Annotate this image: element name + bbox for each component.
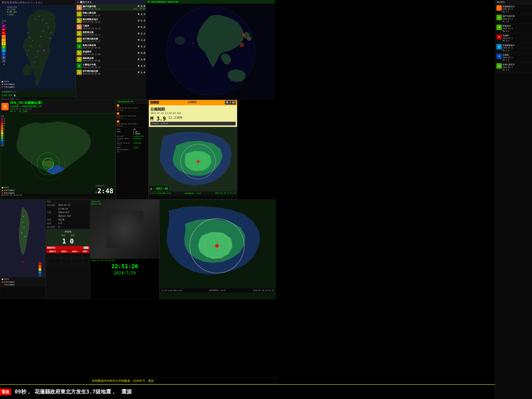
svg-point-56 bbox=[21, 232, 22, 233]
eq-time-7: 2024/07/28 07:08 bbox=[82, 53, 137, 55]
eq-list-item-5[interactable]: 1 岩手県内陸北部 2024/07/28 14:17 M 2.2 bbox=[76, 37, 146, 43]
svg-point-1 bbox=[43, 31, 44, 31]
cn-version: 1.1.8-fix6-Web-Live bbox=[150, 192, 171, 195]
eq-details-7: 宮城県沖 2024/07/28 07:08 bbox=[82, 50, 137, 55]
svg-point-65 bbox=[215, 244, 219, 248]
cn-alert-panel: 预警图 云南陆阳 第 5 报 云南陆阳 2024-07-29 22:50:48 … bbox=[149, 100, 237, 200]
cn-map-area: 1 0 002:49 bbox=[149, 127, 237, 192]
eew-status-section: FPS: 29 RAM: 1.20 / 7.95GB Server: Conne… bbox=[116, 128, 148, 154]
tw-pred4-2: -- bbox=[81, 260, 89, 263]
sidebar-eq-info-4: 花蓮縣東南方 2024-07-2 Mw 3.8 bbox=[503, 44, 531, 52]
tw-bearing-1: -- bbox=[46, 257, 59, 259]
eq-details-6: 奄美大島近海 2024/07/28 09:35 bbox=[82, 44, 137, 49]
eq-list-item-2[interactable]: 1 熊本県熊本地方 2024/07/28 20:40 M 2.3 bbox=[76, 17, 146, 24]
eq-list-item-6[interactable]: 1 奄美大島近海 2024/07/28 09:35 M 3.1 bbox=[76, 43, 146, 50]
svg-point-8 bbox=[30, 45, 31, 46]
eq-list-item-4[interactable]: 1 長野県北部 2024/07/28 15:13 M 2.1 bbox=[76, 30, 146, 37]
china-large-svg bbox=[159, 200, 276, 288]
japan-eew-header: 緊急地震速報は発表されていません bbox=[0, 0, 76, 5]
sidebar-eq-item-4[interactable]: 2 花蓮縣東南方 2024-07-2 Mw 3.8 bbox=[495, 43, 532, 53]
eq-location-5: 岩手県内陸北部 bbox=[82, 37, 137, 40]
eew-sound-label: Sound Alarms (T): bbox=[117, 142, 133, 146]
tw-p4-0: -- bbox=[59, 253, 70, 256]
globe-panel: No Earthquakes Detected bbox=[146, 0, 275, 100]
eew-old-eq-val: Shown bbox=[133, 147, 139, 153]
sidebar-eq-item-1[interactable]: 4 瀬戸内海中部 2024-07-2 Mj 3.9 bbox=[495, 14, 532, 24]
svg-point-14 bbox=[42, 19, 43, 20]
eq-list-item-7[interactable]: 1 宮城県沖 2024/07/28 07:08 M 4.0 bbox=[76, 50, 146, 56]
sidebar-eq-item-6[interactable]: 3 杉林山溪北方 2024-07-2 Mj 2.5 bbox=[495, 62, 532, 72]
eq-location-8: 福島県会津 bbox=[82, 57, 137, 60]
eew-cinema-row: Cinema Mode (C): Enabled bbox=[117, 138, 147, 142]
svg-point-3 bbox=[39, 45, 40, 46]
nearby-station-info: 石川県 内浦 0 bbox=[0, 93, 76, 97]
eq-magnitude-9: M 3.3 bbox=[138, 64, 145, 67]
eq-mag-badge-6: 1 bbox=[77, 44, 82, 49]
sidebar-eq-item-0[interactable]: 5 花蓮縣東北方 2024-07-2 Mw 3.7 bbox=[495, 4, 532, 14]
eew-server-label: Server: bbox=[117, 135, 133, 137]
eq-list-item-9[interactable]: 1 十勝地方中部 2024/07/28 05:14 M 3.3 bbox=[76, 63, 146, 69]
tw-pred4-3: -- bbox=[81, 263, 89, 266]
china-countdown: 距横波到达... 0 2:48 bbox=[95, 185, 113, 195]
tw-alert-row-3: -- -- -- -- bbox=[46, 263, 89, 266]
tw-time-row2: 11:00:24 bbox=[46, 207, 90, 211]
eq-time-4: 2024/07/28 15:13 bbox=[82, 34, 137, 36]
eew-server-val: Connected bbox=[133, 135, 143, 137]
svg-point-11 bbox=[48, 27, 49, 28]
tw-s4-3: -- bbox=[70, 263, 80, 266]
eq-magnitude-3: M 5.3 bbox=[138, 26, 145, 28]
sidebar-eq-name-2: 東海道沖 bbox=[503, 25, 531, 27]
eq-location-2: 熊本県熊本地方 bbox=[82, 18, 137, 21]
svg-point-5 bbox=[36, 57, 37, 57]
svg-point-18 bbox=[29, 37, 30, 38]
globe-area: + bbox=[146, 4, 275, 98]
sidebar-eq-mag-4: Mw 3.8 bbox=[503, 49, 531, 52]
eq-list-item-3[interactable]: 2 三陸沖 2024/07/28 19:13 M 5.3 bbox=[76, 24, 146, 30]
eq-mag-badge-3: 2 bbox=[77, 24, 82, 30]
eq-location-0: 瀬戸内海中部 bbox=[82, 5, 133, 8]
sidebar-eq-mag-0: Mw 3.7 bbox=[503, 11, 531, 13]
svg-point-0 bbox=[46, 23, 47, 24]
sidebar-eq-item-2[interactable]: 4 東海道沖 2024-07-2 Mw 4.6 bbox=[495, 24, 532, 33]
tw-s4-1: -- bbox=[70, 257, 80, 259]
sidebar-mag-2: 4 bbox=[496, 25, 502, 30]
cn-countdown-val: 002:49 bbox=[156, 187, 168, 190]
eq-time-5: 2024/07/28 14:17 bbox=[82, 40, 137, 43]
eq-time-10: 2024/07/28 05:09 bbox=[82, 73, 137, 75]
eq-list-item-1[interactable]: 1 和歌山県北部 2024/07/28 23:57 M 2.5 bbox=[76, 11, 146, 17]
disclaimer-bar: 所有数据均为对外公开的数据，仅供学习，请勿 bbox=[90, 378, 276, 384]
sidebar-eq-info-0: 花蓮縣東北方 2024-07-2 Mw 3.7 bbox=[503, 5, 531, 13]
eq-mag-badge-2: 1 bbox=[77, 18, 82, 23]
legend-seismic: 地震記録●縦波 bbox=[4, 83, 15, 85]
svg-point-6 bbox=[34, 62, 35, 63]
japan-eew-panel: 緊急地震速報は発表されていません 計測震度 7 6+ 6- 5+ 5- 4 3 … bbox=[0, 0, 76, 100]
svg-point-10 bbox=[27, 55, 27, 55]
eq-time-2: 2024/07/28 20:40 bbox=[82, 21, 137, 23]
china-large-panel: 1.1.8-fix6-Web-Live 近距服务器: local 2024-07… bbox=[159, 200, 276, 299]
eq-mag-badge-1: 1 bbox=[77, 12, 82, 17]
svg-point-45 bbox=[197, 160, 200, 163]
eq-details-10: 岩手県内陸北部 2024/07/28 05:09 bbox=[82, 70, 137, 75]
svg-point-2 bbox=[40, 36, 41, 37]
tw-col-p4: 縦波4+ bbox=[59, 250, 70, 253]
china-legend: 所在地 地震记录●纵波 预警记录●横波 bbox=[2, 187, 15, 195]
cn-countdown-overlay: 1 0 002:49 bbox=[150, 186, 169, 191]
sidebar-eq-item-5[interactable]: 2 花蓮縣 2024-07-2 MI 3.3 bbox=[495, 53, 532, 62]
svg-point-30 bbox=[243, 34, 245, 36]
china-eew-distance: 13.23km bbox=[18, 110, 28, 113]
eq-list-item-0[interactable]: 2 瀬戸内海中部 2024/07/29 23:12 M 3.9 深さ: 20 k… bbox=[76, 4, 146, 11]
taiwan-legend: 所在地 地震記録●縦波 予警記録●横波 bbox=[0, 277, 46, 287]
tw-scale-row: 規模 5.8 bbox=[46, 222, 90, 225]
tw-alert-reset-btn[interactable]: 重置 bbox=[83, 246, 89, 249]
eq-list-item-10[interactable]: 1 岩手県内陸北部 2024/07/28 05:09 M 2.4 bbox=[76, 69, 146, 76]
cn-alert-body: 云南陆阳 2024-07-29 22:50:48 发生 M 3.9 13.23K… bbox=[149, 105, 237, 127]
sidebar-eq-item-3[interactable]: 8 花蓮縣 2024-07-2 MI 5.9 bbox=[495, 33, 532, 43]
eq-magnitude-4: M 2.1 bbox=[138, 32, 145, 35]
nearby-station-bar: 付近観測点データ bbox=[0, 90, 76, 93]
eq-time-8: 2024/07/28 06:06 bbox=[82, 60, 137, 62]
eq-location-9: 十勝地方中部 bbox=[82, 63, 137, 66]
tw-alert-row-1: -- -- -- -- bbox=[46, 257, 89, 259]
svg-point-39 bbox=[47, 163, 49, 165]
cn-alert-time: 2024-07-29 22:50:48 发生 bbox=[150, 112, 236, 115]
eq-list-item-8[interactable]: 1 福島県会津 2024/07/28 06:06 M 2.0 bbox=[76, 56, 146, 63]
